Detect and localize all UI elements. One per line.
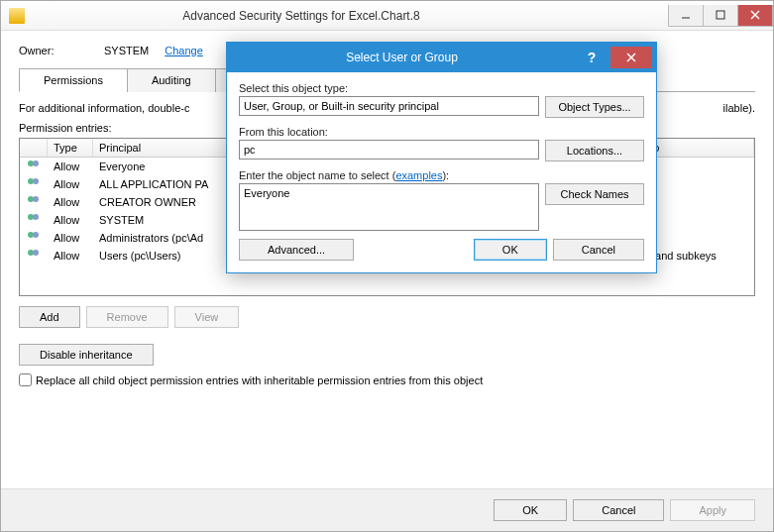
users-icon (26, 160, 42, 172)
titlebar: Advanced Security Settings for Excel.Cha… (1, 1, 773, 31)
check-names-button[interactable]: Check Names (545, 183, 644, 205)
view-button[interactable]: View (174, 306, 240, 328)
advanced-button[interactable]: Advanced... (239, 239, 354, 261)
users-icon (26, 178, 42, 190)
location-label: From this location: (239, 126, 644, 138)
object-types-button[interactable]: Object Types... (545, 96, 644, 118)
folder-icon (9, 8, 25, 24)
change-owner-link[interactable]: Change (165, 45, 203, 56)
owner-value: SYSTEM (104, 45, 149, 56)
info-text-suffix: ilable). (723, 102, 755, 114)
close-button[interactable] (737, 5, 773, 27)
users-icon (26, 232, 42, 244)
examples-link[interactable]: examples (395, 169, 442, 181)
minimize-button[interactable] (668, 5, 704, 27)
cell-type: Allow (48, 231, 93, 245)
owner-label: Owner: (19, 45, 88, 56)
svg-rect-1 (717, 11, 724, 19)
object-type-label: Select this object type: (239, 82, 644, 94)
info-text: For additional information, double-c (19, 102, 189, 114)
location-field[interactable] (239, 140, 539, 160)
add-button[interactable]: Add (19, 306, 80, 328)
object-type-field[interactable] (239, 96, 539, 116)
modal-titlebar: Select User or Group ? (227, 43, 656, 72)
replace-checkbox[interactable] (19, 373, 32, 386)
window-title: Advanced Security Settings for Excel.Cha… (33, 9, 669, 23)
object-name-label: Enter the object name to select (example… (239, 169, 644, 181)
modal-close-button[interactable] (610, 47, 652, 68)
remove-button[interactable]: Remove (86, 306, 168, 328)
tab-auditing[interactable]: Auditing (127, 68, 216, 92)
main-ok-button[interactable]: OK (494, 499, 567, 521)
cell-type: Allow (48, 249, 93, 263)
modal-title: Select User or Group (227, 51, 577, 64)
cell-type: Allow (48, 213, 93, 227)
main-cancel-button[interactable]: Cancel (573, 499, 664, 521)
modal-ok-button[interactable]: OK (474, 239, 547, 261)
col-icon (20, 139, 48, 157)
replace-label: Replace all child object permission entr… (36, 374, 483, 386)
maximize-button[interactable] (703, 5, 738, 27)
select-user-dialog: Select User or Group ? Select this objec… (226, 42, 657, 273)
main-apply-button[interactable]: Apply (670, 499, 755, 521)
locations-button[interactable]: Locations... (545, 140, 644, 161)
cell-type: Allow (48, 177, 93, 191)
users-icon (26, 196, 42, 208)
cell-type: Allow (48, 160, 93, 173)
tab-permissions[interactable]: Permissions (19, 68, 128, 92)
modal-cancel-button[interactable]: Cancel (553, 239, 644, 261)
users-icon (26, 214, 42, 226)
disable-inheritance-button[interactable]: Disable inheritance (19, 344, 154, 366)
help-button[interactable]: ? (577, 50, 607, 65)
users-icon (26, 250, 42, 262)
object-name-input[interactable] (239, 183, 539, 231)
cell-type: Allow (48, 195, 93, 209)
col-type[interactable]: Type (48, 139, 93, 157)
